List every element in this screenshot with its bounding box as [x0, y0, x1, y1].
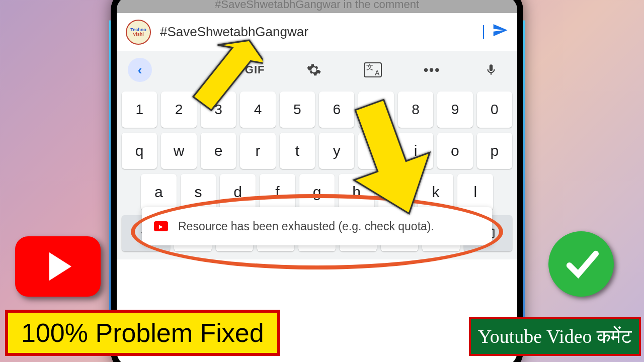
error-message: Resource has been exhausted (e.g. check … [178, 218, 434, 234]
key-5[interactable]: 5 [280, 92, 315, 128]
key-r[interactable]: r [240, 133, 275, 169]
key-t[interactable]: t [280, 133, 315, 169]
more-button[interactable]: ••• [417, 58, 447, 82]
key-h[interactable]: h [339, 174, 374, 210]
key-2[interactable]: 2 [161, 92, 196, 128]
key-0[interactable]: 0 [477, 92, 512, 128]
key-a[interactable]: a [141, 174, 177, 210]
key-w[interactable]: w [161, 133, 196, 169]
error-toast: ▶ Resource has been exhausted (e.g. chec… [142, 207, 492, 245]
back-button[interactable]: ‹ [128, 58, 152, 82]
keyboard-toolbar: ‹ ☺ GIF ••• [117, 51, 517, 88]
gif-button[interactable]: GIF [240, 58, 270, 82]
keyboard-row-asdf: a s d f g h j k l [120, 174, 514, 210]
key-6[interactable]: 6 [319, 92, 354, 128]
key-8[interactable]: 8 [398, 92, 433, 128]
send-button[interactable] [492, 22, 508, 42]
key-o[interactable]: o [437, 133, 472, 169]
phone-frame: #SaveShwetabhGangwar in the comment Tech… [111, 0, 523, 362]
key-y[interactable]: y [319, 133, 354, 169]
key-7[interactable]: 7 [358, 92, 393, 128]
key-f[interactable]: f [260, 174, 295, 210]
banner-youtube-comment: Youtube Video कमेंट [469, 317, 641, 356]
key-g[interactable]: g [299, 174, 335, 210]
key-3[interactable]: 3 [201, 92, 236, 128]
key-9[interactable]: 9 [437, 92, 472, 128]
key-l[interactable]: l [457, 174, 493, 210]
key-1[interactable]: 1 [122, 92, 157, 128]
checkmark-badge [548, 231, 614, 297]
youtube-logo-badge [15, 236, 101, 297]
key-i[interactable]: i [398, 133, 433, 169]
settings-icon[interactable] [299, 58, 329, 82]
translate-icon[interactable] [358, 58, 388, 82]
avatar[interactable]: Techno Vishi [126, 20, 151, 45]
play-icon [49, 252, 71, 281]
key-u[interactable]: u [358, 133, 393, 169]
youtube-mini-icon: ▶ [154, 221, 168, 231]
comment-input[interactable]: #SaveShwetabhGangwar [160, 24, 483, 40]
avatar-line2: Vishi [133, 32, 143, 37]
key-p[interactable]: p [477, 133, 512, 169]
comment-input-row: Techno Vishi #SaveShwetabhGangwar [117, 13, 517, 51]
mic-icon[interactable] [476, 58, 506, 82]
key-q[interactable]: q [122, 133, 157, 169]
keyboard-row-numbers: 1 2 3 4 5 6 7 8 9 0 [120, 92, 514, 128]
phone-screen: #SaveShwetabhGangwar in the comment Tech… [117, 0, 517, 362]
key-s[interactable]: s [181, 174, 216, 210]
key-e[interactable]: e [201, 133, 236, 169]
banner-problem-fixed: 100% Problem Fixed [5, 310, 280, 356]
top-banner: #SaveShwetabhGangwar in the comment [117, 0, 517, 13]
key-k[interactable]: k [418, 174, 454, 210]
keyboard-row-qwerty: q w e r t y u i o p [120, 133, 514, 169]
key-4[interactable]: 4 [240, 92, 275, 128]
key-j[interactable]: j [378, 174, 414, 210]
key-d[interactable]: d [220, 174, 256, 210]
